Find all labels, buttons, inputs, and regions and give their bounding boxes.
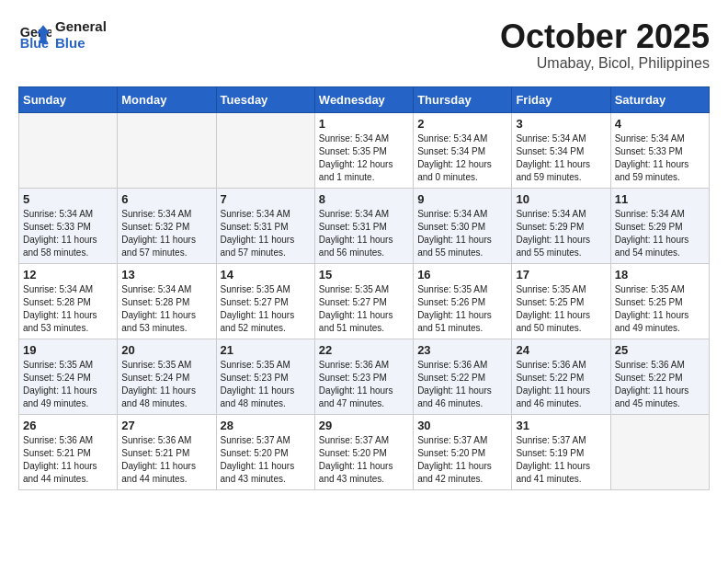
calendar-cell: [610, 414, 709, 489]
day-number: 3: [516, 117, 606, 131]
logo-icon: General Blue: [18, 18, 51, 52]
weekday-header-tuesday: Tuesday: [216, 86, 314, 112]
calendar-cell: 11Sunrise: 5:34 AM Sunset: 5:29 PM Dayli…: [610, 188, 709, 263]
day-number: 18: [615, 268, 705, 282]
calendar-cell: 15Sunrise: 5:35 AM Sunset: 5:27 PM Dayli…: [314, 263, 413, 339]
day-info: Sunrise: 5:34 AM Sunset: 5:30 PM Dayligh…: [417, 208, 507, 259]
calendar-cell: 10Sunrise: 5:34 AM Sunset: 5:29 PM Dayli…: [512, 188, 610, 263]
calendar-cell: 12Sunrise: 5:34 AM Sunset: 5:28 PM Dayli…: [19, 263, 118, 339]
calendar-week-row: 12Sunrise: 5:34 AM Sunset: 5:28 PM Dayli…: [19, 263, 710, 339]
weekday-header-thursday: Thursday: [414, 86, 512, 112]
calendar-cell: 29Sunrise: 5:37 AM Sunset: 5:20 PM Dayli…: [314, 414, 413, 489]
calendar-cell: 25Sunrise: 5:36 AM Sunset: 5:22 PM Dayli…: [610, 339, 709, 414]
day-info: Sunrise: 5:35 AM Sunset: 5:25 PM Dayligh…: [615, 283, 705, 335]
calendar-cell: 9Sunrise: 5:34 AM Sunset: 5:30 PM Daylig…: [414, 188, 512, 263]
day-number: 11: [615, 192, 705, 206]
day-info: Sunrise: 5:37 AM Sunset: 5:20 PM Dayligh…: [417, 434, 507, 486]
day-number: 6: [121, 192, 211, 206]
logo-general: General: [55, 18, 107, 35]
day-number: 5: [23, 192, 113, 206]
day-number: 22: [319, 343, 409, 357]
calendar-cell: 18Sunrise: 5:35 AM Sunset: 5:25 PM Dayli…: [610, 263, 709, 339]
logo-blue: Blue: [55, 35, 107, 52]
day-number: 26: [23, 419, 113, 432]
logo: General Blue General Blue: [18, 18, 107, 52]
day-number: 19: [23, 343, 113, 357]
day-info: Sunrise: 5:35 AM Sunset: 5:27 PM Dayligh…: [221, 283, 311, 335]
weekday-header-wednesday: Wednesday: [314, 86, 413, 112]
weekday-header-monday: Monday: [118, 86, 216, 112]
day-number: 23: [417, 343, 507, 357]
day-number: 28: [221, 419, 311, 432]
day-info: Sunrise: 5:34 AM Sunset: 5:32 PM Dayligh…: [121, 208, 211, 259]
day-info: Sunrise: 5:34 AM Sunset: 5:28 PM Dayligh…: [121, 283, 211, 335]
calendar-cell: 30Sunrise: 5:37 AM Sunset: 5:20 PM Dayli…: [414, 414, 512, 489]
day-number: 25: [615, 343, 705, 357]
day-info: Sunrise: 5:34 AM Sunset: 5:34 PM Dayligh…: [417, 132, 507, 184]
day-number: 15: [319, 268, 409, 282]
day-number: 8: [319, 192, 409, 206]
day-info: Sunrise: 5:36 AM Sunset: 5:21 PM Dayligh…: [121, 434, 211, 486]
day-number: 2: [417, 117, 507, 131]
page-header: General Blue General Blue October 2025 U…: [18, 18, 710, 72]
day-number: 7: [221, 192, 311, 206]
calendar-cell: 31Sunrise: 5:37 AM Sunset: 5:19 PM Dayli…: [512, 414, 610, 489]
day-number: 9: [417, 192, 507, 206]
day-info: Sunrise: 5:37 AM Sunset: 5:20 PM Dayligh…: [221, 434, 311, 486]
day-number: 20: [121, 343, 211, 357]
title-section: October 2025 Umabay, Bicol, Philippines: [500, 18, 710, 72]
calendar: SundayMondayTuesdayWednesdayThursdayFrid…: [18, 86, 710, 490]
weekday-header-friday: Friday: [512, 86, 610, 112]
day-number: 10: [516, 192, 606, 206]
day-info: Sunrise: 5:36 AM Sunset: 5:23 PM Dayligh…: [319, 359, 409, 410]
calendar-cell: [216, 112, 314, 188]
calendar-cell: 2Sunrise: 5:34 AM Sunset: 5:34 PM Daylig…: [414, 112, 512, 188]
day-info: Sunrise: 5:35 AM Sunset: 5:25 PM Dayligh…: [516, 283, 606, 335]
calendar-week-row: 1Sunrise: 5:34 AM Sunset: 5:35 PM Daylig…: [19, 112, 710, 188]
day-number: 1: [319, 117, 409, 131]
day-info: Sunrise: 5:35 AM Sunset: 5:26 PM Dayligh…: [417, 283, 507, 335]
calendar-cell: 6Sunrise: 5:34 AM Sunset: 5:32 PM Daylig…: [118, 188, 216, 263]
day-number: 4: [615, 117, 705, 131]
day-number: 29: [319, 419, 409, 432]
day-number: 27: [121, 419, 211, 432]
day-info: Sunrise: 5:36 AM Sunset: 5:22 PM Dayligh…: [516, 359, 606, 410]
day-number: 17: [516, 268, 606, 282]
day-info: Sunrise: 5:37 AM Sunset: 5:20 PM Dayligh…: [319, 434, 409, 486]
calendar-cell: 3Sunrise: 5:34 AM Sunset: 5:34 PM Daylig…: [512, 112, 610, 188]
calendar-cell: 22Sunrise: 5:36 AM Sunset: 5:23 PM Dayli…: [314, 339, 413, 414]
day-info: Sunrise: 5:35 AM Sunset: 5:24 PM Dayligh…: [23, 359, 113, 410]
calendar-week-row: 19Sunrise: 5:35 AM Sunset: 5:24 PM Dayli…: [19, 339, 710, 414]
calendar-cell: 14Sunrise: 5:35 AM Sunset: 5:27 PM Dayli…: [216, 263, 314, 339]
calendar-cell: 26Sunrise: 5:36 AM Sunset: 5:21 PM Dayli…: [19, 414, 118, 489]
calendar-cell: 21Sunrise: 5:35 AM Sunset: 5:23 PM Dayli…: [216, 339, 314, 414]
day-info: Sunrise: 5:35 AM Sunset: 5:27 PM Dayligh…: [319, 283, 409, 335]
calendar-cell: 4Sunrise: 5:34 AM Sunset: 5:33 PM Daylig…: [610, 112, 709, 188]
day-number: 30: [417, 419, 507, 432]
day-info: Sunrise: 5:34 AM Sunset: 5:31 PM Dayligh…: [221, 208, 311, 259]
day-info: Sunrise: 5:34 AM Sunset: 5:35 PM Dayligh…: [319, 132, 409, 184]
weekday-header-sunday: Sunday: [19, 86, 118, 112]
day-info: Sunrise: 5:35 AM Sunset: 5:23 PM Dayligh…: [221, 359, 311, 410]
day-info: Sunrise: 5:36 AM Sunset: 5:21 PM Dayligh…: [23, 434, 113, 486]
day-number: 31: [516, 419, 606, 432]
calendar-cell: 20Sunrise: 5:35 AM Sunset: 5:24 PM Dayli…: [118, 339, 216, 414]
day-number: 12: [23, 268, 113, 282]
day-info: Sunrise: 5:37 AM Sunset: 5:19 PM Dayligh…: [516, 434, 606, 486]
day-info: Sunrise: 5:34 AM Sunset: 5:31 PM Dayligh…: [319, 208, 409, 259]
day-info: Sunrise: 5:36 AM Sunset: 5:22 PM Dayligh…: [615, 359, 705, 410]
calendar-cell: 7Sunrise: 5:34 AM Sunset: 5:31 PM Daylig…: [216, 188, 314, 263]
calendar-header-row: SundayMondayTuesdayWednesdayThursdayFrid…: [19, 86, 710, 112]
day-info: Sunrise: 5:34 AM Sunset: 5:28 PM Dayligh…: [23, 283, 113, 335]
day-info: Sunrise: 5:35 AM Sunset: 5:24 PM Dayligh…: [121, 359, 211, 410]
calendar-cell: 13Sunrise: 5:34 AM Sunset: 5:28 PM Dayli…: [118, 263, 216, 339]
calendar-cell: 5Sunrise: 5:34 AM Sunset: 5:33 PM Daylig…: [19, 188, 118, 263]
day-number: 13: [121, 268, 211, 282]
calendar-cell: 23Sunrise: 5:36 AM Sunset: 5:22 PM Dayli…: [414, 339, 512, 414]
day-number: 14: [221, 268, 311, 282]
day-number: 16: [417, 268, 507, 282]
calendar-cell: 27Sunrise: 5:36 AM Sunset: 5:21 PM Dayli…: [118, 414, 216, 489]
calendar-cell: [118, 112, 216, 188]
calendar-cell: 16Sunrise: 5:35 AM Sunset: 5:26 PM Dayli…: [414, 263, 512, 339]
month-title: October 2025: [500, 18, 710, 55]
